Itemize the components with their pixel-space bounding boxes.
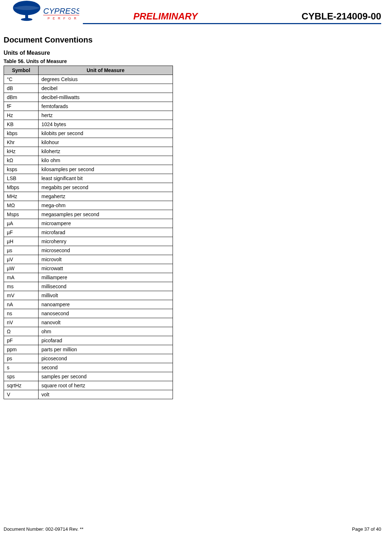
symbol-cell: µs — [4, 246, 39, 255]
symbol-cell: fF — [4, 102, 39, 111]
unit-cell: picosecond — [39, 354, 173, 363]
unit-cell: nanoampere — [39, 300, 173, 309]
table-row: µAmicroampere — [4, 219, 173, 228]
symbol-cell: V — [4, 390, 39, 399]
symbol-cell: nA — [4, 300, 39, 309]
table-row: KB1024 bytes — [4, 120, 173, 129]
unit-cell: volt — [39, 390, 173, 399]
unit-cell: 1024 bytes — [39, 120, 173, 129]
symbol-cell: µW — [4, 264, 39, 273]
unit-cell: square root of hertz — [39, 381, 173, 390]
symbol-cell: dBm — [4, 93, 39, 102]
units-table: Symbol Unit of Measure °Cdegrees Celsius… — [4, 66, 173, 399]
symbol-cell: Khr — [4, 138, 39, 147]
table-caption: Table 56. Units of Measure — [4, 58, 381, 64]
unit-cell: ohm — [39, 327, 173, 336]
symbol-cell: ppm — [4, 345, 39, 354]
svg-rect-1 — [25, 14, 28, 19]
unit-cell: kilohour — [39, 138, 173, 147]
section-heading: Document Conventions — [4, 35, 381, 45]
table-row: pspicosecond — [4, 354, 173, 363]
table-row: µVmicrovolt — [4, 255, 173, 264]
table-row: µWmicrowatt — [4, 264, 173, 273]
table-row: kspskilosamples per second — [4, 165, 173, 174]
table-row: Hzhertz — [4, 111, 173, 120]
table-row: fFfemtofarads — [4, 102, 173, 111]
table-row: nsnanosecond — [4, 309, 173, 318]
table-row: µsmicrosecond — [4, 246, 173, 255]
symbol-cell: µV — [4, 255, 39, 264]
symbol-cell: ps — [4, 354, 39, 363]
table-header-row: Symbol Unit of Measure — [4, 66, 173, 75]
unit-cell: decibel — [39, 84, 173, 93]
unit-cell: degrees Celsius — [39, 75, 173, 84]
unit-cell: megabits per second — [39, 183, 173, 192]
table-row: spssamples per second — [4, 372, 173, 381]
unit-cell: kilo ohm — [39, 156, 173, 165]
unit-cell: kilobits per second — [39, 129, 173, 138]
unit-cell: milliampere — [39, 273, 173, 282]
symbol-cell: sps — [4, 372, 39, 381]
table-row: Khrkilohour — [4, 138, 173, 147]
unit-cell: millivolt — [39, 291, 173, 300]
table-row: Vvolt — [4, 390, 173, 399]
symbol-cell: °C — [4, 75, 39, 84]
unit-cell: nanosecond — [39, 309, 173, 318]
col-header-unit: Unit of Measure — [39, 66, 173, 75]
symbol-cell: Mbps — [4, 183, 39, 192]
logo-area: CYPRESS P E R F O R M — [11, 0, 83, 27]
symbol-cell: Hz — [4, 111, 39, 120]
page-footer: Document Number: 002-09714 Rev. ** Page … — [4, 526, 381, 532]
page-number: Page 37 of 40 — [352, 526, 381, 532]
symbol-cell: ms — [4, 282, 39, 291]
unit-cell: mega-ohm — [39, 201, 173, 210]
table-row: µFmicrofarad — [4, 228, 173, 237]
symbol-cell: mV — [4, 291, 39, 300]
unit-cell: second — [39, 363, 173, 372]
unit-cell: megasamples per second — [39, 210, 173, 219]
symbol-cell: LSB — [4, 174, 39, 183]
unit-cell: samples per second — [39, 372, 173, 381]
table-row: msmillisecond — [4, 282, 173, 291]
table-row: kHzkilohertz — [4, 147, 173, 156]
symbol-cell: sqrtHz — [4, 381, 39, 390]
table-row: dBmdecibel-milliwatts — [4, 93, 173, 102]
table-row: sqrtHzsquare root of hertz — [4, 381, 173, 390]
table-row: MΩmega-ohm — [4, 201, 173, 210]
table-row: mAmilliampere — [4, 273, 173, 282]
table-row: ssecond — [4, 363, 173, 372]
logo-brand-text: CYPRESS — [43, 6, 79, 15]
symbol-cell: Ω — [4, 327, 39, 336]
symbol-cell: MΩ — [4, 201, 39, 210]
unit-cell: hertz — [39, 111, 173, 120]
table-row: µHmicrohenry — [4, 237, 173, 246]
symbol-cell: nV — [4, 318, 39, 327]
unit-cell: microsecond — [39, 246, 173, 255]
unit-cell: microvolt — [39, 255, 173, 264]
svg-point-2 — [21, 18, 32, 21]
page-header: CYPRESS P E R F O R M PRELIMINARY CYBLE-… — [0, 0, 392, 29]
symbol-cell: ns — [4, 309, 39, 318]
table-row: kΩkilo ohm — [4, 156, 173, 165]
header-rule — [83, 23, 381, 24]
symbol-cell: kbps — [4, 129, 39, 138]
symbol-cell: s — [4, 363, 39, 372]
unit-cell: kilosamples per second — [39, 165, 173, 174]
symbol-cell: µF — [4, 228, 39, 237]
unit-cell: microwatt — [39, 264, 173, 273]
part-number: CYBLE-214009-00 — [302, 11, 381, 22]
symbol-cell: µA — [4, 219, 39, 228]
symbol-cell: dB — [4, 84, 39, 93]
table-row: dBdecibel — [4, 84, 173, 93]
table-row: °Cdegrees Celsius — [4, 75, 173, 84]
table-row: LSBleast significant bit — [4, 174, 173, 183]
header-text-row: PRELIMINARY CYBLE-214009-00 — [83, 11, 381, 22]
table-row: pFpicofarad — [4, 336, 173, 345]
page-content: Document Conventions Units of Measure Ta… — [0, 29, 392, 399]
unit-cell: femtofarads — [39, 102, 173, 111]
table-row: kbpskilobits per second — [4, 129, 173, 138]
symbol-cell: kHz — [4, 147, 39, 156]
symbol-cell: Msps — [4, 210, 39, 219]
col-header-symbol: Symbol — [4, 66, 39, 75]
table-row: nAnanoampere — [4, 300, 173, 309]
